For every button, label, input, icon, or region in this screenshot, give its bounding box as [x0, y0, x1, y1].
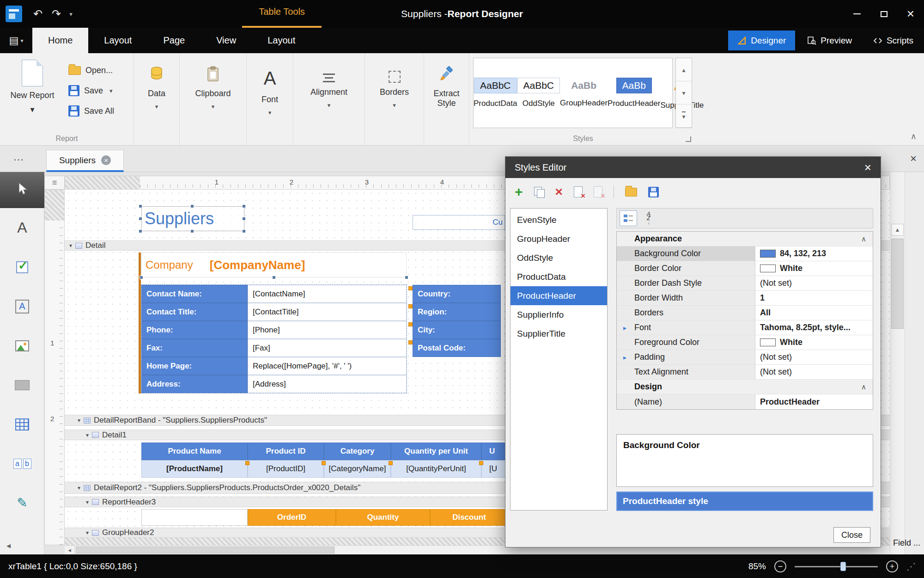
character-comb-tool[interactable]: ab: [0, 444, 44, 483]
collapse-category-icon[interactable]: ∧: [861, 383, 866, 391]
delete-style-icon[interactable]: ×: [555, 185, 563, 198]
table-cell-label[interactable]: Country:: [413, 285, 501, 303]
table-cell-label[interactable]: Postal Code:: [413, 339, 501, 357]
tab-page[interactable]: Page: [147, 28, 201, 53]
table-cell-value[interactable]: [ContactTitle]: [248, 303, 407, 321]
field-list-panel-tab[interactable]: Field ...: [893, 538, 920, 548]
zoom-in-button[interactable]: +: [886, 560, 898, 572]
more-options-icon[interactable]: …: [13, 150, 24, 163]
alphabetical-sort-button[interactable]: AZ↓: [640, 210, 657, 226]
tab-close-icon[interactable]: ×: [101, 155, 111, 165]
band-collapse-icon[interactable]: ▾: [86, 432, 89, 438]
tab-home[interactable]: Home: [32, 28, 88, 53]
expand-icon[interactable]: ▸: [623, 324, 626, 332]
document-close-icon[interactable]: ×: [910, 152, 917, 165]
property-row-border-color[interactable]: Border Color White: [617, 261, 873, 276]
product-header-cell[interactable]: Quantity per Unit: [391, 443, 481, 460]
selection-handle[interactable]: [242, 217, 246, 221]
band-collapse-icon[interactable]: ▾: [78, 417, 80, 424]
resize-grip-icon[interactable]: ⋰: [906, 561, 916, 572]
product-data-cell[interactable]: [ProductName]: [141, 460, 248, 478]
vertical-scroll-thumb[interactable]: [891, 239, 904, 329]
table-cell-label[interactable]: Contact Title:: [141, 303, 248, 321]
gallery-item-productheader[interactable]: AaBb ProductHeader: [608, 58, 660, 128]
order-header-cell[interactable]: Discount: [430, 509, 508, 526]
gallery-item-oddstyle[interactable]: AaBbC OddStyle: [517, 58, 560, 128]
zoom-slider[interactable]: [795, 560, 878, 572]
save-styles-icon[interactable]: [648, 187, 659, 197]
save-button[interactable]: Save ▾: [68, 84, 114, 98]
ribbon-collapse-icon[interactable]: ∧: [911, 131, 917, 141]
order-header-cell[interactable]: OrderID: [248, 509, 336, 526]
tab-layout[interactable]: Layout: [88, 28, 147, 53]
table-cell-value[interactable]: [ContactName]: [248, 285, 407, 303]
selection-handle[interactable]: [139, 204, 142, 208]
style-list-item[interactable]: GroupHeader: [511, 229, 607, 248]
open-styles-icon[interactable]: [625, 188, 637, 197]
order-empty-cell[interactable]: [141, 509, 248, 526]
gallery-more-icon[interactable]: ▾: [676, 105, 692, 128]
table-cell-label[interactable]: Phone:: [141, 321, 248, 339]
selection-handle[interactable]: [190, 204, 194, 208]
product-data-cell[interactable]: [CategoryName]: [324, 460, 391, 478]
preview-view-button[interactable]: Preview: [798, 31, 861, 50]
clear-style-icon[interactable]: ×: [574, 186, 583, 197]
table-cell-label[interactable]: Fax:: [141, 339, 248, 357]
table-cell-label[interactable]: Region:: [413, 303, 501, 321]
pointer-tool[interactable]: [0, 172, 44, 208]
product-data-cell[interactable]: [ProductID]: [248, 460, 324, 478]
style-list-item-selected[interactable]: ProductHeader: [511, 286, 607, 305]
style-list-item[interactable]: SupplierInfo: [511, 305, 607, 324]
duplicate-style-icon[interactable]: [534, 187, 544, 197]
selection-handle[interactable]: [242, 229, 246, 233]
close-dialog-button[interactable]: Close: [833, 527, 870, 543]
band-collapse-icon[interactable]: ▾: [69, 242, 72, 249]
property-row-padding[interactable]: ▸Padding (Not set): [617, 350, 873, 365]
new-report-button[interactable]: New Report ▾: [5, 60, 60, 115]
band-navigator-icon[interactable]: ≡: [44, 176, 65, 190]
style-list-item[interactable]: EvenStyle: [511, 210, 607, 229]
property-row-border-width[interactable]: Border Width 1: [617, 291, 873, 306]
band-collapse-icon[interactable]: ▾: [78, 485, 80, 491]
property-row-text-alignment[interactable]: Text Alignment (Not set): [617, 365, 873, 380]
selection-handle[interactable]: [139, 229, 142, 233]
gallery-up-icon[interactable]: ▴: [676, 58, 692, 81]
property-category-appearance[interactable]: Appearance ∧: [617, 232, 873, 246]
extract-style-button[interactable]: Extract Style: [428, 53, 465, 145]
styles-dialog-launcher-icon[interactable]: [686, 136, 691, 142]
open-button[interactable]: Open...: [68, 63, 114, 77]
band-collapse-icon[interactable]: ▾: [86, 499, 89, 505]
style-list-item[interactable]: OddStyle: [511, 248, 607, 267]
scripts-view-button[interactable]: Scripts: [864, 31, 923, 50]
property-category-design[interactable]: Design ∧: [617, 380, 873, 394]
categorized-view-button[interactable]: [620, 210, 637, 226]
application-menu-button[interactable]: ▤ ▾: [0, 28, 32, 53]
save-all-button[interactable]: Save All: [68, 104, 114, 118]
style-list-item[interactable]: ProductData: [511, 267, 607, 286]
style-list-item[interactable]: SupplierTitle: [511, 324, 607, 343]
document-tab-suppliers[interactable]: Suppliers ×: [46, 150, 124, 172]
vertical-scrollbar[interactable]: ▲: [890, 172, 905, 554]
maximize-button[interactable]: [870, 0, 897, 28]
page-info-field[interactable]: Cu: [413, 215, 505, 230]
selection-handle[interactable]: [272, 276, 276, 279]
selection-handle[interactable]: [139, 217, 142, 221]
remove-unused-styles-icon[interactable]: ×: [594, 186, 602, 197]
window-titlebar[interactable]: ↶ ↷ ▾ Table Tools Suppliers - Report Des…: [0, 0, 924, 28]
picture-tool[interactable]: [0, 326, 44, 365]
collapse-category-icon[interactable]: ∧: [861, 235, 866, 243]
zoom-out-button[interactable]: −: [774, 560, 786, 572]
quick-access-dropdown-icon[interactable]: ▾: [66, 11, 76, 18]
selection-handle[interactable]: [140, 276, 143, 279]
dialog-close-icon[interactable]: ×: [864, 161, 871, 173]
expand-icon[interactable]: ▸: [623, 354, 626, 361]
minimize-button[interactable]: [844, 0, 870, 28]
save-dropdown-icon[interactable]: ▾: [109, 87, 113, 94]
property-row-name[interactable]: (Name) ProductHeader: [617, 394, 873, 409]
property-row-foreground-color[interactable]: Foreground Color White: [617, 335, 873, 350]
selection-handle[interactable]: [405, 276, 408, 279]
property-row-background-color[interactable]: Background Color 84, 132, 213: [617, 246, 873, 261]
toolbox-collapse-icon[interactable]: ◂: [6, 541, 11, 551]
clipboard-dropdown-button[interactable]: Clipboard ▾: [180, 53, 246, 145]
selection-handle[interactable]: [242, 204, 246, 208]
